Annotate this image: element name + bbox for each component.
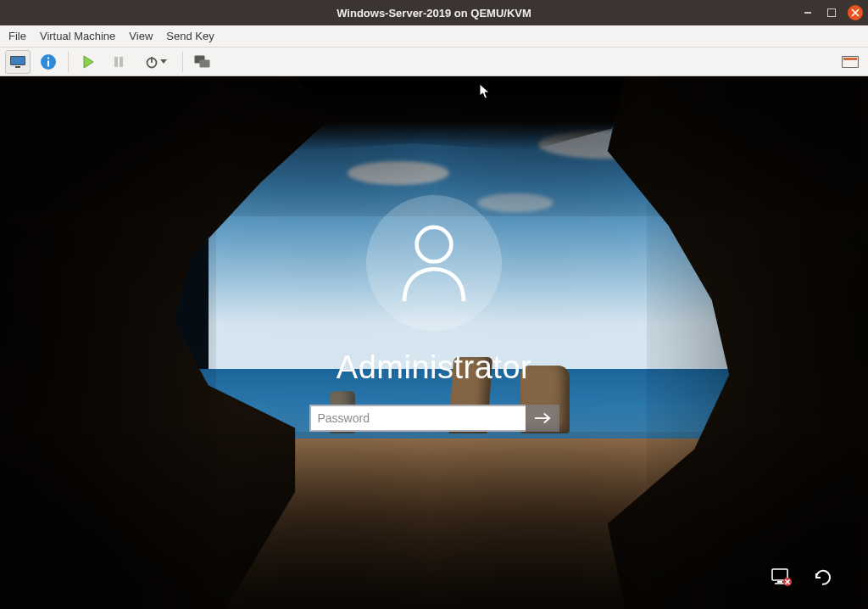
fullscreen-icon	[842, 56, 859, 68]
maximize-button[interactable]	[824, 5, 839, 20]
virt-manager-window: Windows-Server-2019 on QEMU/KVM File Vir…	[0, 0, 868, 609]
password-row	[309, 405, 559, 432]
console-icon	[9, 55, 26, 69]
fullscreen-button[interactable]	[837, 50, 863, 74]
window-title: Windows-Server-2019 on QEMU/KVM	[337, 7, 531, 20]
power-menu-button[interactable]	[136, 50, 175, 74]
console-view-button[interactable]	[5, 50, 31, 74]
chevron-down-icon	[160, 59, 167, 64]
ease-of-access-button[interactable]	[812, 567, 834, 589]
snapshot-icon	[194, 55, 211, 69]
menu-view[interactable]: View	[129, 30, 153, 42]
pause-button[interactable]	[106, 50, 131, 74]
snapshots-button[interactable]	[190, 50, 215, 74]
username-label: Administrator	[337, 349, 531, 386]
window-controls	[800, 0, 863, 25]
svg-rect-5	[47, 57, 49, 59]
menu-file[interactable]: File	[8, 30, 26, 42]
guest-display[interactable]: Administrator	[0, 76, 868, 609]
logon-options	[771, 567, 834, 589]
titlebar[interactable]: Windows-Server-2019 on QEMU/KVM	[0, 0, 868, 25]
svg-rect-11	[200, 59, 210, 67]
svg-rect-13	[843, 58, 857, 60]
play-icon	[81, 55, 95, 69]
svg-point-14	[417, 226, 452, 261]
run-button[interactable]	[75, 50, 101, 74]
toolbar-separator	[182, 52, 183, 72]
menu-virtual-machine[interactable]: Virtual Machine	[40, 30, 115, 42]
menubar: File Virtual Machine View Send Key	[0, 25, 868, 47]
login-panel: Administrator	[0, 76, 868, 609]
svg-rect-6	[114, 57, 118, 67]
password-input[interactable]	[309, 405, 526, 432]
power-menu-icon	[145, 55, 159, 69]
user-icon	[397, 222, 471, 304]
svg-rect-4	[47, 60, 49, 66]
pause-icon	[113, 56, 125, 68]
submit-login-button[interactable]	[526, 405, 559, 432]
toolbar-separator	[68, 52, 69, 72]
svg-rect-7	[120, 57, 123, 67]
network-signin-icon	[771, 568, 793, 587]
info-icon	[40, 53, 57, 70]
user-avatar	[366, 195, 502, 331]
close-button[interactable]	[848, 5, 863, 20]
svg-rect-17	[777, 581, 782, 583]
toolbar	[0, 47, 868, 76]
details-view-button[interactable]	[36, 50, 61, 74]
svg-rect-2	[15, 66, 20, 68]
ease-of-access-icon	[813, 567, 833, 588]
network-signin-button[interactable]	[771, 567, 793, 589]
svg-rect-1	[11, 57, 25, 64]
arrow-right-icon	[534, 411, 551, 425]
menu-send-key[interactable]: Send Key	[166, 30, 214, 42]
minimize-button[interactable]	[800, 5, 815, 20]
